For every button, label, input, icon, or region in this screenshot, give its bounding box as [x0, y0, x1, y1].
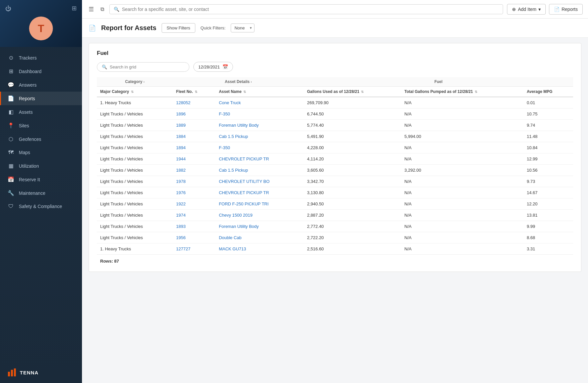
asset-name-link[interactable]: CHEVROLET PICKUP TR [219, 156, 269, 161]
fleet-no-link[interactable]: 128052 [176, 100, 190, 105]
sidebar-item-maintenance[interactable]: 🔧 Maintenance [0, 186, 82, 200]
menu-icon[interactable]: ☰ [87, 4, 95, 14]
fleet-no-link[interactable]: 1978 [176, 179, 186, 184]
gallons-used-header[interactable]: Gallons Used as of 12/28/21 ⇅ [304, 87, 401, 97]
cell-major-category: Light Trucks / Vehicles [97, 210, 173, 221]
cell-total-gallons: N/A [401, 97, 524, 108]
fleet-no-link[interactable]: 1974 [176, 213, 186, 218]
fleet-no-link[interactable]: 1944 [176, 156, 186, 161]
cell-fleet-no[interactable]: 1894 [173, 142, 216, 153]
cell-fleet-no[interactable]: 1889 [173, 120, 216, 131]
cell-fleet-no[interactable]: 1882 [173, 165, 216, 176]
cell-total-gallons: N/A [401, 187, 524, 198]
cell-fleet-no[interactable]: 127727 [173, 243, 216, 255]
filter-icon[interactable]: ⧉ [99, 5, 105, 14]
show-filters-button[interactable]: Show Filters [162, 23, 195, 33]
fleet-no-link[interactable]: 1956 [176, 235, 186, 240]
cell-fleet-no[interactable]: 1922 [173, 198, 216, 210]
cell-asset-name[interactable]: MACK GU713 [216, 243, 304, 255]
cell-fleet-no[interactable]: 1893 [173, 221, 216, 232]
asset-name-link[interactable]: CHEVROLET UTILITY BO [219, 179, 269, 184]
cell-asset-name[interactable]: Cab 1.5 Pickup [216, 165, 304, 176]
cell-asset-name[interactable]: CHEVROLET PICKUP TR [216, 187, 304, 198]
cell-asset-name[interactable]: Chevy 1500 2019 [216, 210, 304, 221]
cell-fleet-no[interactable]: 1978 [173, 176, 216, 187]
grid-icon[interactable]: ⊞ [72, 5, 77, 12]
sidebar-item-maps[interactable]: 🗺 Maps [0, 146, 82, 159]
fleet-no-link[interactable]: 1884 [176, 134, 186, 139]
cell-fleet-no[interactable]: 1884 [173, 131, 216, 142]
sidebar-item-dashboard[interactable]: ⊞ Dashboard [0, 64, 82, 78]
avatar[interactable]: T [29, 17, 53, 40]
fleet-no-link[interactable]: 1893 [176, 224, 186, 229]
cell-fleet-no[interactable]: 1896 [173, 108, 216, 120]
asset-name-link[interactable]: Double Cab [219, 235, 242, 240]
cell-asset-name[interactable]: Double Cab [216, 232, 304, 243]
sidebar-item-reserve-it[interactable]: 📅 Reserve It [0, 173, 82, 186]
asset-name-link[interactable]: Foreman Utility Body [219, 224, 259, 229]
cell-asset-name[interactable]: CHEVROLET UTILITY BO [216, 176, 304, 187]
sidebar-item-utilization[interactable]: ▦ Utilization [0, 159, 82, 173]
cell-asset-name[interactable]: FORD F-250 PICKUP TRI [216, 198, 304, 210]
fleet-no-link[interactable]: 1922 [176, 201, 186, 206]
add-item-button[interactable]: ⊕ Add Item ▾ [507, 4, 546, 15]
search-input[interactable] [122, 7, 499, 12]
cell-fleet-no[interactable]: 1976 [173, 187, 216, 198]
cell-total-gallons: N/A [401, 221, 524, 232]
asset-name-link[interactable]: MACK GU713 [219, 246, 246, 251]
sidebar-item-trackers[interactable]: ⊙ Trackers [0, 51, 82, 64]
fleet-no-link[interactable]: 1882 [176, 168, 186, 173]
asset-name-link[interactable]: CHEVROLET PICKUP TR [219, 190, 269, 195]
sidebar-footer: TENNA [0, 362, 82, 383]
date-input[interactable]: 12/28/2021 📅 [193, 62, 233, 72]
reports-icon: 📄 [554, 7, 560, 12]
cell-total-gallons: N/A [401, 198, 524, 210]
cell-gallons-used: 6,744.50 [304, 108, 401, 120]
sidebar-item-geofences[interactable]: ⬡ Geofences [0, 132, 82, 146]
cell-asset-name[interactable]: Foreman Utility Body [216, 120, 304, 131]
cell-fleet-no[interactable]: 1956 [173, 232, 216, 243]
table-body: 1. Heavy Trucks 128052 Cone Truck 269,70… [97, 97, 573, 255]
asset-name-link[interactable]: FORD F-250 PICKUP TRI [219, 201, 269, 206]
cell-avg-mpg: 9.99 [524, 221, 573, 232]
grid-search-input[interactable] [110, 64, 184, 69]
cell-asset-name[interactable]: F-350 [216, 108, 304, 120]
fleet-no-link[interactable]: 1896 [176, 111, 186, 116]
asset-name-link[interactable]: Chevy 1500 2019 [219, 213, 253, 218]
asset-name-link[interactable]: Foreman Utility Body [219, 123, 259, 128]
cell-asset-name[interactable]: Cab 1.5 Pickup [216, 131, 304, 142]
asset-name-header[interactable]: Asset Name ⇅ [216, 87, 304, 97]
fleet-no-link[interactable]: 127727 [176, 246, 190, 251]
fleet-no-link[interactable]: 1976 [176, 190, 186, 195]
cell-asset-name[interactable]: Cone Truck [216, 97, 304, 108]
cell-asset-name[interactable]: Foreman Utility Body [216, 221, 304, 232]
cell-gallons-used: 4,228.00 [304, 142, 401, 153]
fleet-no-link[interactable]: 1889 [176, 123, 186, 128]
asset-name-link[interactable]: F-350 [219, 111, 230, 116]
fleet-no-link[interactable]: 1894 [176, 145, 186, 150]
asset-name-link[interactable]: F-350 [219, 145, 230, 150]
reports-button[interactable]: 📄 Reports [549, 4, 583, 15]
power-icon[interactable]: ⏻ [5, 5, 11, 12]
sidebar-item-answers[interactable]: 💬 Answers [0, 78, 82, 92]
cell-gallons-used: 3,342.70 [304, 176, 401, 187]
cell-fleet-no[interactable]: 1974 [173, 210, 216, 221]
fleet-no-header[interactable]: Fleet No. ⇅ [173, 87, 216, 97]
cell-fleet-no[interactable]: 128052 [173, 97, 216, 108]
grid-search[interactable]: 🔍 [97, 62, 189, 72]
asset-name-link[interactable]: Cab 1.5 Pickup [219, 168, 248, 173]
sidebar-item-sites[interactable]: 📍 Sites [0, 119, 82, 132]
cell-fleet-no[interactable]: 1944 [173, 153, 216, 165]
group-header-row: Category › Asset Details › Fuel [97, 77, 573, 87]
sidebar-item-safety[interactable]: 🛡 Safety & Compliance [0, 200, 82, 213]
asset-name-link[interactable]: Cab 1.5 Pickup [219, 134, 248, 139]
sidebar-item-reports[interactable]: 📄 Reports [0, 92, 82, 105]
topbar-search[interactable]: 🔍 [109, 4, 503, 14]
cell-asset-name[interactable]: F-350 [216, 142, 304, 153]
sidebar-item-assets[interactable]: ◧ Assets [0, 105, 82, 119]
quick-filters-select[interactable]: None [231, 23, 255, 32]
cell-asset-name[interactable]: CHEVROLET PICKUP TR [216, 153, 304, 165]
total-gallons-header[interactable]: Total Gallons Pumped as of 12/28/21 ⇅ [401, 87, 524, 97]
major-category-header[interactable]: Major Category ⇅ [97, 87, 173, 97]
asset-name-link[interactable]: Cone Truck [219, 100, 241, 105]
